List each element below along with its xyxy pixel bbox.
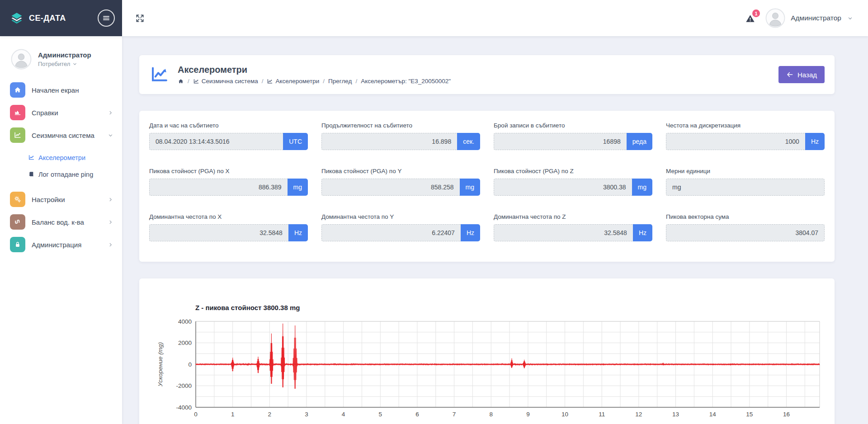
field-input-peak-vector-sum[interactable]: 3804.07 (666, 224, 825, 241)
field-label-dominant-freq-y: Доминантна честота по Y (321, 213, 480, 220)
back-button[interactable]: Назад (778, 66, 825, 83)
svg-text:-4000: -4000 (176, 404, 192, 411)
svg-text:4: 4 (342, 411, 345, 418)
breadcrumb-separator: / (323, 78, 325, 85)
svg-text:2: 2 (268, 411, 272, 418)
sidebar-item-reports[interactable]: Справки (0, 101, 122, 124)
book-icon (28, 171, 35, 178)
field-label-units: Мерни единици (666, 168, 825, 174)
chevron-right-icon (107, 241, 114, 248)
field-pga-y: Пикова стойност (PGA) по Y858.258mg (321, 168, 480, 196)
field-input-event-duration[interactable]: 16.898 (321, 133, 457, 150)
sidebar-menu: Начален екранСправкиСеизмична системаАкс… (0, 79, 122, 256)
svg-text:8: 8 (489, 411, 493, 418)
svg-text:0: 0 (188, 361, 192, 368)
chevron-down-icon (847, 15, 854, 22)
svg-text:16: 16 (783, 411, 790, 418)
home-icon (10, 82, 25, 98)
field-label-event-datetime: Дата и час на събитието (149, 122, 308, 129)
chart-line-icon (10, 127, 25, 143)
field-addon-event-duration: сек. (457, 133, 480, 150)
breadcrumb-item-accelerometers[interactable]: Акселерометри (267, 78, 319, 85)
field-label-event-duration: Продължителност на събитието (321, 122, 480, 129)
field-label-pga-x: Пикова стойност (PGA) по X (149, 168, 308, 174)
field-input-pga-x[interactable]: 886.389 (149, 179, 288, 196)
field-input-sampling-rate[interactable]: 1000 (666, 133, 805, 150)
field-event-records: Брой записи в събитието16898реда (494, 122, 652, 150)
sidebar-item-settings[interactable]: Настройки (0, 188, 122, 211)
sidebar-item-label: Справки (32, 109, 107, 117)
field-pga-x: Пикова стойност (PGA) по X886.389mg (149, 168, 308, 196)
sidebar-item-label: Настройки (32, 196, 107, 203)
form-row: Дата и час на събитието08.04.2020 13:14:… (149, 122, 825, 150)
svg-text:5: 5 (379, 411, 382, 418)
field-input-dominant-freq-y[interactable]: 6.22407 (321, 224, 461, 241)
brand-name: СЕ-ДАТА (29, 14, 98, 23)
svg-text:1: 1 (231, 411, 235, 418)
field-dominant-freq-z: Доминантна честота по Z32.5848Hz (494, 213, 652, 241)
form-row: Доминантна честота по X32.5848HzДоминант… (149, 213, 825, 241)
chevron-right-icon (107, 109, 114, 116)
chart-line-icon (267, 78, 273, 85)
svg-text:11: 11 (599, 411, 605, 418)
chevron-right-icon (107, 196, 114, 203)
brand: СЕ-ДАТА (0, 0, 122, 36)
svg-text:15: 15 (746, 411, 753, 418)
chart-area-icon (10, 105, 25, 120)
sidebar-subitem-accelerometers[interactable]: Акселерометри (0, 149, 122, 166)
breadcrumb-item-seismic-system[interactable]: Сеизмична система (193, 78, 258, 85)
user-menu-name: Администратор (791, 14, 841, 22)
sidebar-toggle-button[interactable] (98, 9, 115, 27)
breadcrumb-item-home[interactable] (178, 78, 184, 85)
lock-icon (10, 237, 25, 252)
field-pga-z: Пикова стойност (PGA) по Z3800.38mg (494, 168, 652, 196)
field-addon-pga-x: mg (288, 179, 308, 196)
sidebar-item-water-balance[interactable]: Баланс вод. к-ва (0, 211, 122, 233)
field-addon-sampling-rate: Hz (805, 133, 825, 150)
field-input-units[interactable]: mg (666, 179, 825, 196)
svg-text:10: 10 (561, 411, 568, 418)
breadcrumb-label: Сеизмична система (202, 78, 258, 85)
sidebar-user-name: Администратор (38, 51, 91, 59)
field-label-dominant-freq-z: Доминантна честота по Z (494, 213, 652, 220)
field-input-dominant-freq-z[interactable]: 32.5848 (494, 224, 633, 241)
svg-text:3: 3 (305, 411, 308, 418)
submenu-seismic-system: АкселерометриЛог отпадане ping (0, 146, 122, 188)
user-menu[interactable]: Администратор (765, 8, 854, 28)
sidebar-user: Администратор Потребител (0, 46, 122, 79)
field-input-dominant-freq-x[interactable]: 32.5848 (149, 224, 288, 241)
accelerogram-chart: 012345678910111213141516-4000-2000020004… (139, 278, 835, 424)
field-units: Мерни единициmg (666, 168, 825, 196)
sidebar-item-administration[interactable]: Администрация (0, 233, 122, 256)
sidebar-item-label: Сеизмична система (32, 132, 107, 139)
field-input-event-datetime[interactable]: 08.04.2020 13:14:43.5016 (149, 133, 283, 150)
sidebar-item-home[interactable]: Начален екран (0, 79, 122, 101)
field-input-pga-y[interactable]: 858.258 (321, 179, 460, 196)
event-details-card: Дата и час на събитието08.04.2020 13:14:… (139, 111, 835, 262)
breadcrumb-separator: / (355, 78, 357, 85)
sidebar-subitem-ping-drop-log[interactable]: Лог отпадане ping (0, 166, 122, 183)
avatar (11, 49, 32, 70)
svg-text:4000: 4000 (178, 318, 192, 325)
back-button-label: Назад (797, 71, 817, 79)
sidebar-subitem-label: Лог отпадане ping (38, 171, 93, 178)
fullscreen-toggle-button[interactable] (135, 13, 145, 24)
breadcrumb-label: Преглед (328, 78, 352, 85)
field-addon-pga-z: mg (632, 179, 652, 196)
field-addon-event-records: реда (627, 133, 652, 150)
field-dominant-freq-x: Доминантна честота по X32.5848Hz (149, 213, 308, 241)
wave-icon (10, 214, 25, 230)
chart-line-icon (193, 78, 199, 85)
sidebar-item-seismic-system[interactable]: Сеизмична система (0, 124, 122, 146)
field-addon-dominant-freq-y: Hz (461, 224, 480, 241)
svg-text:Ускорение (mg): Ускорение (mg) (157, 342, 164, 387)
chart-card: Z - пикова стойност 3800.38 mg 012345678… (139, 278, 835, 424)
field-input-event-records[interactable]: 16898 (494, 133, 627, 150)
alerts-button[interactable]: 1 (745, 12, 755, 24)
sidebar-user-role-dropdown[interactable]: Потребител (38, 61, 91, 67)
field-input-pga-z[interactable]: 3800.38 (494, 179, 632, 196)
field-addon-dominant-freq-z: Hz (633, 224, 652, 241)
sidebar-item-label: Начален екран (32, 86, 114, 94)
svg-text:2000: 2000 (178, 339, 192, 346)
breadcrumb-item-device: Акселерометър: "E3_20050002" (361, 78, 451, 85)
